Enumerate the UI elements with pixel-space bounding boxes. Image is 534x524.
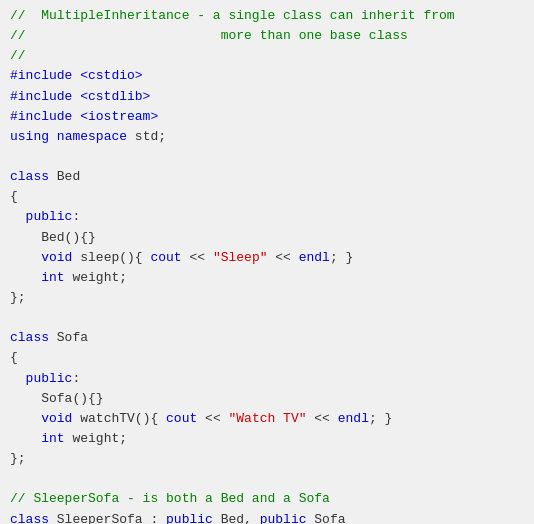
code-line: };: [10, 288, 524, 308]
code-line: #include <cstdio>: [10, 66, 524, 86]
code-container: // MultipleInheritance - a single class …: [0, 0, 534, 524]
code-line: };: [10, 449, 524, 469]
code-line: [10, 147, 524, 167]
code-line: class Bed: [10, 167, 524, 187]
code-line: int weight;: [10, 268, 524, 288]
code-block: // MultipleInheritance - a single class …: [10, 6, 524, 524]
code-line: {: [10, 348, 524, 368]
code-line: Bed(){}: [10, 228, 524, 248]
code-line: int weight;: [10, 429, 524, 449]
code-line: [10, 469, 524, 489]
code-line: [10, 308, 524, 328]
code-line: // more than one base class: [10, 26, 524, 46]
code-line: Sofa(){}: [10, 389, 524, 409]
code-line: #include <cstdlib>: [10, 87, 524, 107]
code-line: //: [10, 46, 524, 66]
code-line: class Sofa: [10, 328, 524, 348]
code-line: // SleeperSofa - is both a Bed and a Sof…: [10, 489, 524, 509]
code-line: // MultipleInheritance - a single class …: [10, 6, 524, 26]
code-line: void sleep(){ cout << "Sleep" << endl; }: [10, 248, 524, 268]
code-line: void watchTV(){ cout << "Watch TV" << en…: [10, 409, 524, 429]
code-line: class SleeperSofa : public Bed, public S…: [10, 510, 524, 524]
code-line: {: [10, 187, 524, 207]
code-line: using namespace std;: [10, 127, 524, 147]
code-line: public:: [10, 369, 524, 389]
code-line: public:: [10, 207, 524, 227]
code-line: #include <iostream>: [10, 107, 524, 127]
